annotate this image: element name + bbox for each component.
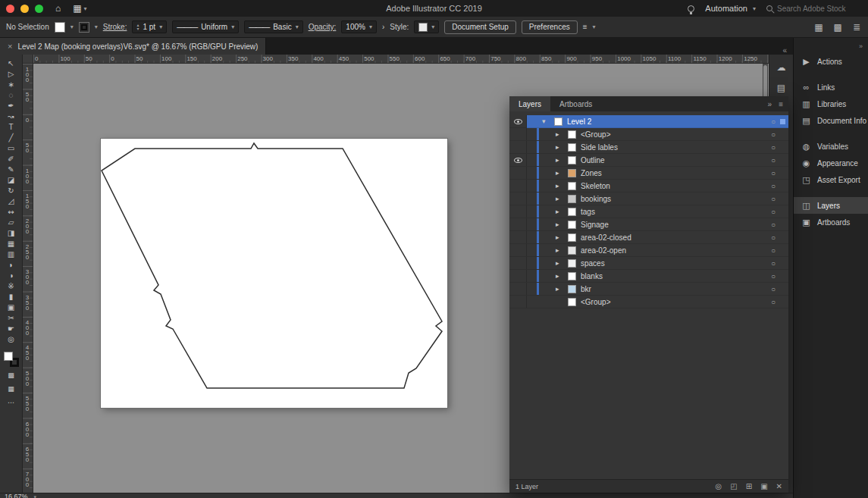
layer-row[interactable]: ▸Side lables○ xyxy=(509,141,788,154)
layer-target-circle[interactable]: ○ xyxy=(767,272,779,280)
style-caret-icon[interactable]: ▾ xyxy=(431,23,434,30)
layer-row[interactable]: ▸bookings○ xyxy=(509,193,788,205)
layer-target-circle[interactable]: ○ xyxy=(767,143,779,152)
tab-artboards[interactable]: Artboards xyxy=(550,96,601,111)
width-profile-dropdown[interactable]: ——— Uniform ▾ xyxy=(172,20,239,33)
layer-expand-chevron[interactable]: ▸ xyxy=(556,259,563,267)
opacity-field[interactable]: 100% ▾ xyxy=(341,20,377,33)
stroke-caret-icon[interactable]: ▾ xyxy=(95,23,98,30)
horizontal-ruler[interactable]: 0100500501001502002503003504004505005506… xyxy=(33,55,769,64)
layer-target-circle[interactable]: ○ xyxy=(767,195,779,203)
stroke-color-swatch[interactable] xyxy=(79,22,89,33)
layer-expand-chevron[interactable]: ▾ xyxy=(542,117,550,125)
layer-expand-chevron[interactable]: ▸ xyxy=(556,246,563,254)
app-grid-icon[interactable]: ▦ xyxy=(73,3,81,14)
vertical-scrollbar-thumb[interactable] xyxy=(763,65,767,100)
layer-thumbnail[interactable] xyxy=(568,246,576,255)
layer-row[interactable]: ▸bkr○ xyxy=(509,283,788,296)
width-tool[interactable]: ↭ xyxy=(0,207,22,218)
opacity-expand-icon[interactable]: › xyxy=(382,23,384,31)
layer-row[interactable]: ▸Zones○ xyxy=(509,167,788,180)
layer-expand-chevron[interactable]: ▸ xyxy=(556,195,563,202)
layer-thumbnail[interactable] xyxy=(568,208,576,216)
visibility-toggle[interactable] xyxy=(509,244,527,256)
dock-item-links[interactable]: ∞Links xyxy=(794,79,868,96)
rotate-tool[interactable]: ↻ xyxy=(0,186,22,196)
stepper-down-icon[interactable]: ▾ xyxy=(136,27,139,31)
visibility-toggle[interactable] xyxy=(509,141,527,153)
dock-item-libraries[interactable]: ▥Libraries xyxy=(794,96,868,112)
home-icon[interactable]: ⌂ xyxy=(55,3,61,14)
visibility-toggle[interactable] xyxy=(509,231,527,243)
layer-row[interactable]: ▸Skeleton○ xyxy=(509,180,788,193)
gradient-tool[interactable]: ▥ xyxy=(0,249,22,260)
fill-indicator[interactable] xyxy=(4,352,13,361)
layer-thumbnail[interactable] xyxy=(568,259,576,268)
layer-target-circle[interactable]: ○ xyxy=(767,285,779,293)
layer-row[interactable]: ▸area-02-closed○ xyxy=(509,231,788,244)
zoom-level[interactable]: 16.67% xyxy=(5,493,28,498)
locate-object-icon[interactable]: ◎ xyxy=(716,482,722,490)
layer-row[interactable]: ▸<Group>○ xyxy=(509,128,788,141)
visibility-toggle[interactable] xyxy=(509,205,527,218)
layer-row[interactable]: <Group>○ xyxy=(509,296,788,309)
visibility-toggle[interactable] xyxy=(509,180,527,192)
close-tab-icon[interactable]: × xyxy=(8,42,12,51)
dock-item-artboards[interactable]: ▣Artboards xyxy=(794,214,868,230)
brush-definition-dropdown[interactable]: ——— Basic ▾ xyxy=(244,20,302,33)
eyedropper-tool[interactable]: ◗ xyxy=(0,260,22,271)
make-clipping-mask-icon[interactable]: ◰ xyxy=(730,482,737,490)
scale-tool[interactable]: ◿ xyxy=(0,196,22,207)
layer-target-circle[interactable]: ○ xyxy=(767,182,779,190)
stroke-link[interactable]: Stroke: xyxy=(103,23,127,31)
visibility-toggle[interactable] xyxy=(509,257,527,269)
ruler-origin-corner[interactable] xyxy=(23,55,33,64)
layer-target-circle[interactable]: ○ xyxy=(767,221,779,229)
opacity-link[interactable]: Opacity: xyxy=(309,23,337,31)
stroke-stepper[interactable]: ▴ ▾ xyxy=(136,23,139,31)
visibility-toggle[interactable] xyxy=(509,193,527,205)
layer-thumbnail[interactable] xyxy=(568,195,576,203)
delete-layer-icon[interactable]: ✕ xyxy=(776,482,782,490)
layer-thumbnail[interactable] xyxy=(568,156,576,164)
workspace-switcher-icon[interactable]: ▦ xyxy=(814,22,823,33)
panel-menu-icon[interactable]: ≡ xyxy=(779,100,783,108)
layer-row[interactable]: ▸area-02-open○ xyxy=(509,244,788,257)
drawing-modes-icon[interactable]: ▩ xyxy=(8,370,14,381)
curvature-tool[interactable]: ↝ xyxy=(0,111,22,122)
artboard-tool[interactable]: ▣ xyxy=(0,302,22,313)
layer-thumbnail[interactable] xyxy=(568,233,576,242)
dock-item-asset-export[interactable]: ◳Asset Export xyxy=(794,171,868,188)
fill-stroke-control[interactable] xyxy=(4,352,19,367)
dock-item-layers[interactable]: ◫Layers xyxy=(794,197,868,214)
cloud-panel-icon[interactable]: ☁ xyxy=(773,60,790,75)
panel-expand-icon[interactable]: » xyxy=(768,100,772,108)
shape-builder-tool[interactable]: ◨ xyxy=(0,228,22,239)
layer-target-circle[interactable]: ○ xyxy=(767,246,779,255)
layer-target-circle[interactable]: ○ xyxy=(767,130,779,139)
align-caret-icon[interactable]: ▾ xyxy=(593,23,596,30)
layer-target-circle[interactable]: ○ xyxy=(767,259,779,268)
symbol-sprayer-tool[interactable]: ※ xyxy=(0,281,22,292)
document-setup-button[interactable]: Document Setup xyxy=(444,20,516,34)
dock-item-document-info[interactable]: ▤Document Info xyxy=(794,112,868,129)
brush-caret-icon[interactable]: ▾ xyxy=(296,23,299,30)
layer-thumbnail[interactable] xyxy=(568,221,576,229)
selection-tool[interactable]: ↖ xyxy=(0,58,22,69)
fill-color-swatch[interactable] xyxy=(55,22,65,33)
layer-expand-chevron[interactable]: ▸ xyxy=(556,130,563,138)
visibility-toggle[interactable] xyxy=(509,270,527,282)
layer-thumbnail[interactable] xyxy=(568,169,576,177)
automation-dropdown[interactable]: Automation ▾ xyxy=(705,4,756,13)
paintbrush-tool[interactable]: ✐ xyxy=(0,154,22,164)
stroke-weight-caret-icon[interactable]: ▾ xyxy=(159,23,162,30)
free-transform-tool[interactable]: ▱ xyxy=(0,218,22,228)
layer-row[interactable]: ▾Level 2○ xyxy=(509,115,788,128)
magic-wand-tool[interactable]: ∗ xyxy=(0,80,22,90)
collapse-panels-icon[interactable]: « xyxy=(782,46,787,55)
layer-row[interactable]: ▸Outline○ xyxy=(509,154,788,167)
dock-item-variables[interactable]: ◍Variables xyxy=(794,138,868,155)
layer-target-circle[interactable]: ○ xyxy=(767,208,779,216)
dock-collapse-icon[interactable]: » xyxy=(859,42,863,53)
new-sublayer-icon[interactable]: ⊞ xyxy=(746,482,752,490)
